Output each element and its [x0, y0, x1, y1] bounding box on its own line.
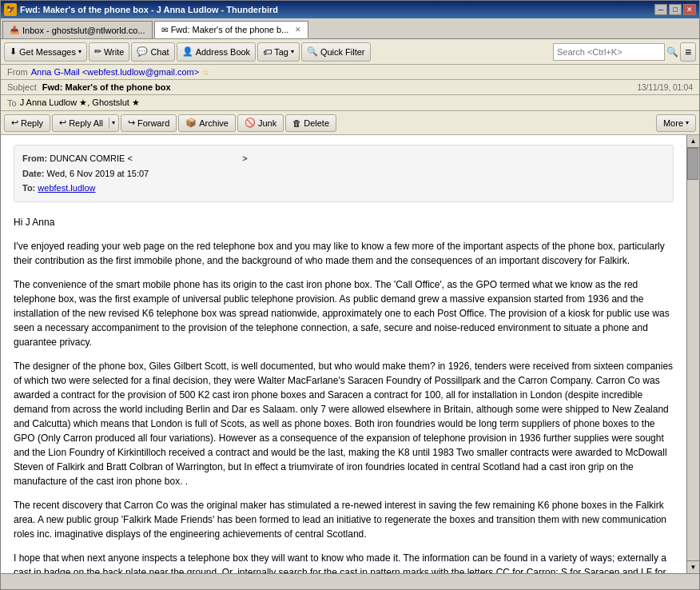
paragraph-2: The convenience of the smart mobile phon… — [14, 277, 674, 349]
to-label: To — [7, 98, 17, 108]
write-button[interactable]: ✏ Write — [89, 42, 129, 62]
toolbar-menu-button[interactable]: ≡ — [680, 42, 696, 62]
scroll-down-button[interactable]: ▼ — [687, 560, 699, 573]
address-book-button[interactable]: 👤 Address Book — [177, 42, 256, 62]
get-messages-button[interactable]: ⬇ Get Messages ▾ — [4, 42, 87, 62]
archive-button[interactable]: 📦 Archive — [178, 114, 236, 132]
from-star[interactable]: ☆ — [202, 68, 209, 77]
junk-icon: 🚫 — [245, 118, 256, 128]
more-arrow: ▾ — [686, 119, 689, 126]
to-link[interactable]: webfest.ludlow — [38, 183, 95, 193]
tag-arrow: ▾ — [291, 48, 294, 55]
delete-icon: 🗑 — [292, 118, 301, 128]
title-bar-left: 🦅 Fwd: Maker's of the phone box - J Anna… — [4, 3, 278, 16]
get-messages-icon: ⬇ — [10, 46, 17, 57]
meta-from: From: DUNCAN COMRIE < > — [22, 152, 665, 165]
tab-inbox-label: Inbox - ghostslut@ntlworld.co... — [22, 26, 145, 35]
minimize-button[interactable]: ─ — [654, 4, 667, 15]
scrollbar[interactable]: ▲ ▼ — [686, 135, 699, 573]
meta-date: Date: Wed, 6 Nov 2019 at 15:07 — [22, 167, 665, 181]
reply-all-button[interactable]: ↩ Reply All ▾ — [52, 114, 119, 132]
action-bar: ↩ Reply ↩ Reply All ▾ ↪ Forward 📦 Archiv… — [1, 111, 699, 135]
meta-to: To: webfest.ludlow — [22, 181, 665, 195]
from-bar: From Anna G-Mail <webfest.ludlow@gmail.c… — [1, 65, 699, 80]
address-book-icon: 👤 — [182, 46, 193, 57]
main-toolbar: ⬇ Get Messages ▾ ✏ Write 💬 Chat 👤 Addres… — [1, 39, 699, 65]
title-bar: 🦅 Fwd: Maker's of the phone box - J Anna… — [1, 1, 699, 18]
message-body-container[interactable]: From: DUNCAN COMRIE < > Date: Wed, 6 Nov… — [1, 135, 686, 573]
status-bar — [1, 573, 699, 589]
get-messages-arrow: ▾ — [78, 48, 82, 55]
message-date: 13/11/19, 01:04 — [637, 83, 693, 92]
tab-active-label: Fwd: Maker's of the phone b... — [171, 25, 289, 34]
from-label: From — [7, 67, 28, 77]
paragraph-1: I've enjoyed reading your web page on th… — [14, 239, 674, 268]
write-icon: ✏ — [94, 46, 101, 57]
paragraph-4: The recent discovery that Carron Co was … — [14, 498, 674, 541]
forward-icon: ↪ — [128, 118, 135, 128]
archive-icon: 📦 — [185, 118, 197, 128]
forward-button[interactable]: ↪ Forward — [121, 114, 177, 132]
email-text: Hi J Anna I've enjoyed reading your web … — [14, 215, 674, 574]
app-icon: 🦅 — [4, 3, 17, 16]
search-icon: 🔍 — [666, 46, 678, 58]
tab-active-message[interactable]: ✉ Fwd: Maker's of the phone b... ✕ — [154, 21, 309, 38]
scroll-thumb[interactable] — [687, 148, 698, 180]
tab-inbox[interactable]: 📥 Inbox - ghostslut@ntlworld.co... — [2, 21, 153, 38]
reply-all-arrow[interactable]: ▾ — [112, 119, 115, 126]
chat-button[interactable]: 💬 Chat — [131, 42, 174, 62]
tab-close-button[interactable]: ✕ — [295, 26, 301, 34]
main-window: 🦅 Fwd: Maker's of the phone box - J Anna… — [0, 0, 700, 590]
quick-filter-button[interactable]: 🔍 Quick Filter — [301, 42, 371, 62]
content-area: From: DUNCAN COMRIE < > Date: Wed, 6 Nov… — [1, 135, 699, 573]
scroll-track[interactable] — [687, 148, 699, 560]
search-area: 🔍 — [553, 43, 678, 61]
tag-icon: 🏷 — [263, 47, 272, 57]
from-value: Anna G-Mail <webfest.ludlow@gmail.com> — [31, 67, 199, 77]
reply-button[interactable]: ↩ Reply — [4, 114, 50, 132]
close-button[interactable]: ✕ — [683, 4, 696, 15]
scroll-up-button[interactable]: ▲ — [687, 135, 699, 148]
reply-all-icon: ↩ — [59, 118, 66, 128]
reply-icon: ↩ — [11, 118, 18, 128]
subject-bar: Subject Fwd: Maker's of the phone box 13… — [1, 80, 699, 95]
from-email-link[interactable]: Anna G-Mail <webfest.ludlow@gmail.com> — [31, 67, 199, 77]
subject-label: Subject — [7, 82, 37, 92]
greeting: Hi J Anna — [14, 215, 674, 229]
message-icon: ✉ — [161, 26, 168, 34]
chat-icon: 💬 — [137, 46, 148, 57]
tag-button[interactable]: 🏷 Tag ▾ — [257, 42, 300, 62]
to-bar: To J Anna Ludlow ★, Ghostslut ★ — [1, 95, 699, 111]
menu-icon: ≡ — [685, 46, 691, 58]
window-controls: ─ □ ✕ — [654, 4, 696, 15]
paragraph-5: I hope that when next anyone inspects a … — [14, 551, 674, 574]
delete-button[interactable]: 🗑 Delete — [285, 114, 336, 132]
search-input[interactable] — [553, 43, 665, 61]
paragraph-3: The designer of the phone box, Giles Gil… — [14, 359, 674, 488]
tab-bar: 📥 Inbox - ghostslut@ntlworld.co... ✉ Fwd… — [1, 18, 699, 39]
message-body: From: DUNCAN COMRIE < > Date: Wed, 6 Nov… — [1, 135, 686, 573]
maximize-button[interactable]: □ — [669, 4, 682, 15]
subject-value: Fwd: Maker's of the phone box — [42, 82, 171, 92]
to-recipients: J Anna Ludlow ★, Ghostslut ★ — [20, 98, 140, 108]
junk-button[interactable]: 🚫 Junk — [237, 114, 284, 132]
reply-all-divider — [109, 118, 109, 129]
filter-icon: 🔍 — [307, 46, 318, 57]
more-button[interactable]: More ▾ — [656, 114, 696, 132]
inbox-icon: 📥 — [10, 26, 19, 34]
window-title: Fwd: Maker's of the phone box - J Anna L… — [20, 5, 278, 14]
email-meta: From: DUNCAN COMRIE < > Date: Wed, 6 Nov… — [14, 145, 674, 202]
